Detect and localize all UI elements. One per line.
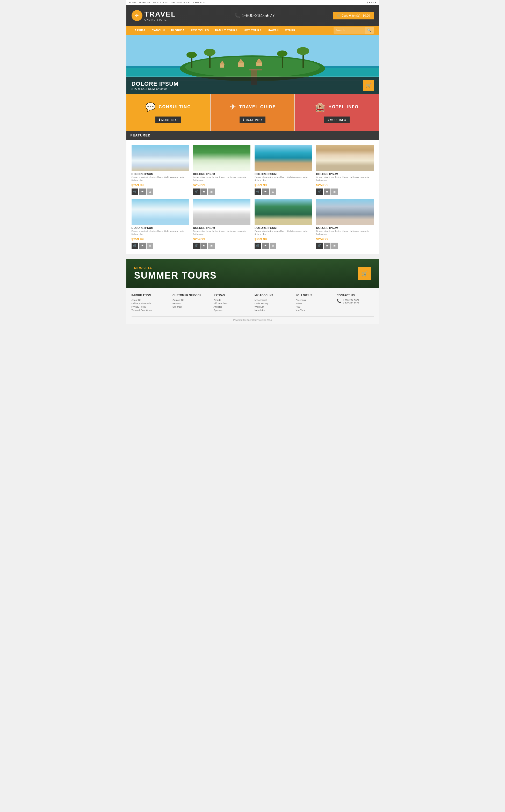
footer-youtube[interactable]: You Tube: [296, 309, 333, 312]
add-to-cart-btn[interactable]: 🛒: [132, 243, 138, 249]
compare-btn[interactable]: ⊞: [208, 243, 215, 249]
cart-icon: 🛒: [337, 14, 341, 17]
consulting-more-info[interactable]: ℹ MORE INFO: [155, 117, 181, 123]
nav-checkout[interactable]: CHECKOUT: [193, 1, 207, 4]
product-desc: Donec vitae tortor luctus libero. Habita…: [316, 176, 374, 182]
footer-terms[interactable]: Terms & Conditions: [132, 309, 169, 312]
compare-btn[interactable]: ⊞: [270, 189, 276, 195]
footer-phones: 1-800-234-5677 1-800-234-5678: [343, 299, 359, 304]
nav-hottours[interactable]: HOT TOURS: [240, 26, 265, 35]
compare-btn[interactable]: ⊞: [208, 189, 215, 195]
footer-rss[interactable]: RSS: [296, 306, 333, 308]
featured-header: FEATURED: [126, 131, 379, 140]
footer-facebook[interactable]: Facebook: [296, 299, 333, 301]
add-to-cart-btn[interactable]: 🛒: [316, 189, 323, 195]
nav-wishlist[interactable]: WISH LIST: [139, 1, 150, 4]
footer-affiliates[interactable]: Affiliates: [214, 306, 251, 308]
wishlist-btn[interactable]: ★: [200, 189, 207, 195]
hero-section: DOLORE IPSUM STARTING FROM: $499.99 🛒: [126, 35, 379, 94]
wishlist-btn[interactable]: ★: [139, 243, 146, 249]
search-input[interactable]: [334, 27, 365, 33]
nav-hawaii[interactable]: HAWAII: [265, 26, 282, 35]
hotel-more-info[interactable]: ℹ MORE INFO: [324, 117, 350, 123]
nav-search[interactable]: 🔍: [334, 27, 374, 34]
add-to-cart-btn[interactable]: 🛒: [132, 189, 138, 195]
footer-twitter[interactable]: Twitter: [296, 302, 333, 305]
top-nav-links[interactable]: HOME WISH LIST MY ACCOUNT SHOPPING CART …: [129, 1, 209, 4]
summer-cart-button[interactable]: 🛒: [358, 267, 371, 280]
footer-contact-header: CONTACT US: [337, 294, 374, 297]
wishlist-btn[interactable]: ★: [262, 243, 269, 249]
nav-cart[interactable]: SHOPPING CART: [171, 1, 191, 4]
nav-aruba[interactable]: ARUBA: [132, 26, 149, 35]
product-image: [255, 199, 312, 225]
travel-guide-title: TRAVEL GUIDE: [239, 105, 276, 109]
footer-delivery[interactable]: Delivery Information: [132, 302, 169, 305]
nav-cancun[interactable]: CANCUN: [149, 26, 168, 35]
compare-btn[interactable]: ⊞: [147, 189, 153, 195]
nav-links[interactable]: ARUBA CANCUN FLORIDA ECO TOURS FAMILY TO…: [132, 26, 299, 35]
service-boxes: 💬 CONSULTING ℹ MORE INFO ✈ TRAVEL GUIDE …: [126, 94, 379, 131]
cart-button[interactable]: 🛒 Cart: 0 item(s) - $0.00: [333, 12, 374, 19]
nav-florida[interactable]: FLORIDA: [168, 26, 187, 35]
wishlist-btn[interactable]: ★: [324, 243, 330, 249]
footer-brands[interactable]: Brands: [214, 299, 251, 301]
product-actions: 🛒 ★ ⊞: [255, 189, 312, 195]
logo[interactable]: ✈ TRAVEL ONLINE STORE: [132, 10, 176, 21]
footer-privacy[interactable]: Privacy Policy: [132, 306, 169, 308]
product-actions: 🛒 ★ ⊞: [132, 189, 189, 195]
products-grid: DOLORE IPSUM Donec vitae tortor luctus l…: [126, 140, 379, 254]
product-actions: 🛒 ★ ⊞: [316, 243, 374, 249]
phone-icon: 📞: [234, 13, 240, 18]
site-header: ✈ TRAVEL ONLINE STORE 📞 1-800-234-5677 🛒…: [126, 5, 379, 26]
travel-guide-more-info[interactable]: ℹ MORE INFO: [239, 117, 265, 123]
footer-wishlist[interactable]: Wish List: [255, 306, 292, 308]
footer-gift[interactable]: Gift Vouchers: [214, 302, 251, 305]
compare-btn[interactable]: ⊞: [270, 243, 276, 249]
product-card: DOLORE IPSUM Donec vitae tortor luctus l…: [255, 199, 312, 248]
svg-rect-22: [249, 69, 262, 70]
product-image: [255, 145, 312, 171]
wishlist-btn[interactable]: ★: [139, 189, 146, 195]
search-button[interactable]: 🔍: [365, 27, 374, 34]
product-image: [132, 199, 189, 225]
hero-cart-button[interactable]: 🛒: [363, 80, 374, 90]
nav-myaccount[interactable]: MY ACCOUNT: [153, 1, 169, 4]
hotel-info-title: HOTEL INFO: [328, 105, 359, 109]
add-to-cart-btn[interactable]: 🛒: [193, 243, 200, 249]
footer-orders[interactable]: Order History: [255, 302, 292, 305]
product-name: DOLORE IPSUM: [132, 172, 189, 176]
wishlist-btn[interactable]: ★: [324, 189, 330, 195]
footer-contact[interactable]: Contact Us: [172, 299, 209, 301]
product-image: [193, 199, 250, 225]
wishlist-btn[interactable]: ★: [200, 243, 207, 249]
footer-returns[interactable]: Returns: [172, 302, 209, 305]
add-to-cart-btn[interactable]: 🛒: [193, 189, 200, 195]
add-to-cart-btn[interactable]: 🛒: [316, 243, 323, 249]
compare-btn[interactable]: ⊞: [331, 243, 338, 249]
footer-specials[interactable]: Specials: [214, 309, 251, 312]
consulting-icon: 💬: [145, 102, 156, 112]
add-to-cart-btn[interactable]: 🛒: [255, 189, 261, 195]
language-currency[interactable]: $ ▾ EN ▾: [367, 1, 376, 4]
compare-btn[interactable]: ⊞: [147, 243, 153, 249]
footer-about[interactable]: About Us: [132, 299, 169, 301]
wishlist-btn[interactable]: ★: [262, 189, 269, 195]
svg-point-6: [186, 52, 197, 58]
product-price: $259.99: [255, 237, 312, 241]
footer-account-header: MY ACCOUNT: [255, 294, 292, 297]
footer-columns: INFORMATION About Us Delivery Informatio…: [132, 294, 374, 312]
nav-ecotours[interactable]: ECO TOURS: [188, 26, 212, 35]
nav-familytours[interactable]: FAMILY TOURS: [212, 26, 240, 35]
nav-other[interactable]: OTHER: [282, 26, 299, 35]
add-to-cart-btn[interactable]: 🛒: [255, 243, 261, 249]
footer-newsletter[interactable]: Newsletter: [255, 309, 292, 312]
nav-home[interactable]: HOME: [129, 1, 136, 4]
footer-sitemap[interactable]: Site Map: [172, 306, 209, 308]
footer-myaccount[interactable]: My Account: [255, 299, 292, 301]
summer-banner: NEW 2014 SUMMER TOURS 🛒: [126, 259, 379, 288]
main-nav: ARUBA CANCUN FLORIDA ECO TOURS FAMILY TO…: [126, 26, 379, 35]
compare-btn[interactable]: ⊞: [331, 189, 338, 195]
info-icon3: ℹ: [328, 118, 329, 122]
hero-title: DOLORE IPSUM: [132, 80, 179, 87]
